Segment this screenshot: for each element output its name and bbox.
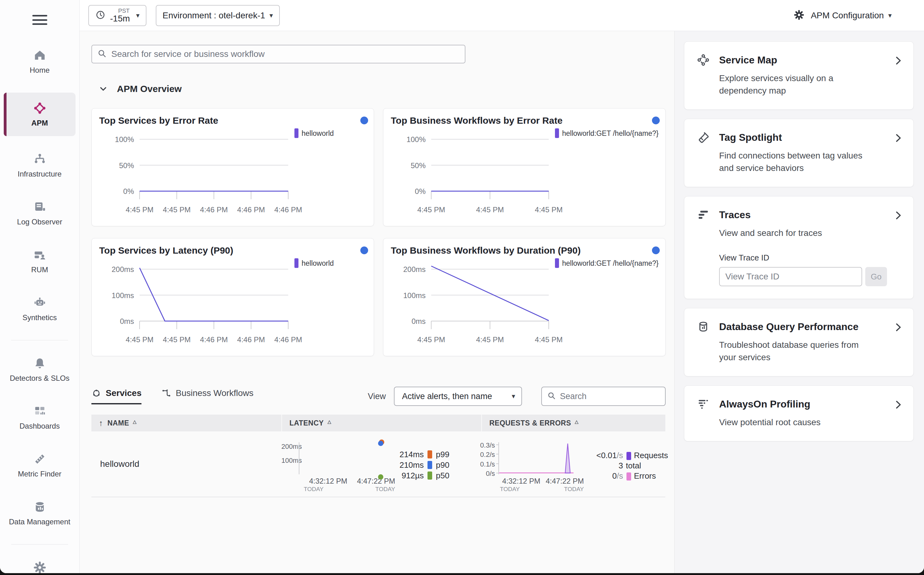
gear-icon [794,10,805,22]
sidebar-item-detectors[interactable]: Detectors & SLOs [4,353,76,386]
hamburger-menu-icon[interactable] [31,13,49,27]
y-axis-tick: 100% [115,135,134,144]
environment-dropdown[interactable]: Environment : otel-derek-1 ▾ [156,5,280,26]
latency-percentile-row: 210msp90 [385,460,449,470]
service-search-box[interactable] [91,45,465,64]
chart-title: Top Services by Latency (P90) [99,245,374,256]
column-header-requests-errors[interactable]: REQUESTS & ERRORS △ [481,415,665,431]
tab-services[interactable]: Services [91,388,142,404]
percentile-label: p99 [436,450,449,459]
requests-errors-cell: 0.3/s0.2/s0.1/s0/s4:32:12 PMTODAY4:47:22… [481,431,665,497]
chevron-right-icon[interactable] [893,322,903,334]
database-icon [697,320,719,333]
view-sort-value: Active alerts, then name [402,392,492,401]
trace-id-input[interactable] [719,267,862,286]
line-chart-plot: 200ms100ms0ms4:45 PM4:45 PM4:46 PM4:46 P… [99,256,374,353]
sort-indicator-icon: △ [575,419,579,424]
card-traces[interactable]: TracesView and search for tracesView Tra… [684,196,914,299]
chevron-right-icon[interactable] [893,210,903,222]
sidebar-item-home[interactable]: Home [4,45,76,78]
y-axis-tick: 50% [411,161,426,170]
y-axis-tick: 200ms [111,265,134,273]
sort-indicator-icon: △ [133,419,137,424]
tab-business-workflows[interactable]: Business Workflows [161,388,253,404]
chart-card-0[interactable]: Top Services by Error Rate100%50%0%4:45 … [91,108,374,226]
traces-icon [697,208,719,221]
sidebar-item-apm[interactable]: APM [4,93,76,136]
sidebar-item-data-management[interactable]: Data Management [4,496,76,530]
service-name-link[interactable]: helloworld [91,431,281,497]
sidebar-item-label: APM [32,118,48,128]
left-navigation: HomeAPMInfrastructureLog ObserverRUMSynt… [0,0,80,573]
caret-down-icon: ▾ [270,11,273,19]
chevron-down-icon[interactable] [98,84,108,94]
card-database[interactable]: Database Query PerformanceTroubleshoot d… [684,308,914,376]
time-range-picker[interactable]: PST -15m ▾ [88,5,146,26]
synthetics-icon [33,295,47,310]
x-axis-tick: 4:45 PM [163,335,191,344]
workflow-icon [161,388,171,398]
settings-icon [33,560,47,573]
sidebar-item-rum[interactable]: RUM [4,244,76,278]
sidebar-item-dashboards[interactable]: Dashboards [4,400,76,434]
caret-down-icon: ▾ [888,11,892,19]
chevron-right-icon[interactable] [893,399,903,411]
data-management-icon [33,499,47,515]
sidebar-item-metric-finder[interactable]: Metric Finder [4,448,76,482]
sidebar-item-label: Detectors & SLOs [10,373,69,383]
legend-label: helloworld [302,259,334,267]
percentile-label: p50 [436,471,449,481]
sidebar-item-settings[interactable]: Settings [4,557,76,573]
service-search-input[interactable] [111,49,460,59]
environment-value: Environment : otel-derek-1 [162,11,265,21]
status-dot [360,116,368,124]
legend-marker [555,258,559,268]
chart-title: Top Business Workflows by Duration (P90) [391,245,665,256]
go-button[interactable]: Go [865,267,887,286]
profiling-icon [697,397,719,411]
sidebar-item-label: Infrastructure [18,169,62,179]
chart-card-1[interactable]: Top Business Workflows by Error Rate100%… [383,108,666,226]
log-observer-icon [33,200,47,214]
rate-y-tick: 0.3/s [479,442,495,450]
sidebar-item-label: Dashboards [19,421,60,431]
service-icon [91,388,101,398]
rum-icon [33,248,47,262]
card-description: View potential root causes [719,416,875,429]
table-header: ↑ NAME △ LATENCY △ REQUESTS & ERRORS △ [91,415,665,431]
table-row: helloworld 200ms100ms4:32:12 PMTODAY4:47… [91,431,665,497]
app-window: HomeAPMInfrastructureLog ObserverRUMSynt… [0,0,924,573]
caret-down-icon: ▾ [512,392,515,400]
sidebar-divider [11,544,68,545]
x-axis-tick: 4:45 PM [417,335,445,344]
percentile-marker [428,472,432,480]
column-label: LATENCY [289,419,324,427]
x-axis-tick: 4:46 PM [274,205,302,214]
table-search-input[interactable] [560,392,650,401]
chevron-right-icon[interactable] [893,133,903,145]
card-title: Traces [719,209,751,221]
column-header-latency[interactable]: LATENCY △ [281,415,481,431]
sidebar-item-log-observer[interactable]: Log Observer [4,197,76,230]
apm-configuration-menu[interactable]: APM Configuration ▾ [794,10,892,22]
percentile-value: 912µs [385,471,424,481]
infrastructure-icon [33,152,47,167]
column-header-name[interactable]: ↑ NAME △ [91,415,281,431]
stat-unit: /s [617,471,623,481]
sidebar-item-synthetics[interactable]: Synthetics [4,292,76,326]
sidebar-nav: HomeAPMInfrastructureLog ObserverRUMSynt… [0,45,79,573]
view-sort-dropdown[interactable]: Active alerts, then name ▾ [394,387,522,406]
table-search-box[interactable] [541,387,666,406]
home-icon [33,48,47,63]
card-tag-spotlight[interactable]: Tag SpotlightFind connections between ta… [684,119,914,187]
chevron-right-icon[interactable] [893,55,903,67]
metric-finder-icon [33,452,47,467]
chart-card-2[interactable]: Top Services by Latency (P90)200ms100ms0… [91,238,374,356]
status-dot [652,246,660,254]
y-axis-tick: 0ms [412,317,426,326]
card-profiling[interactable]: AlwaysOn ProfilingView potential root ca… [684,385,914,442]
card-service-map[interactable]: Service MapExplore services visually on … [684,41,914,110]
chart-card-3[interactable]: Top Business Workflows by Duration (P90)… [383,238,666,356]
dashboards-icon [33,404,47,419]
sidebar-item-infrastructure[interactable]: Infrastructure [4,149,76,182]
